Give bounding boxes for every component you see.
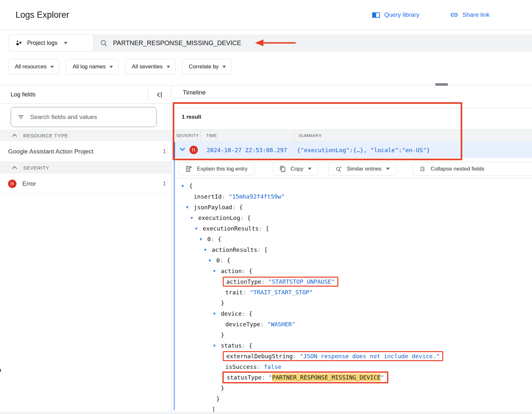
action-chip-similar-entries[interactable]: Similar entries: [328, 162, 396, 176]
scope-label: Project logs: [27, 40, 57, 46]
annotation-box: externalDebugString: "JSON response does…: [223, 351, 443, 361]
json-key: jsonPayload: [194, 204, 232, 211]
action-chip-label: Copy: [291, 166, 303, 172]
log-entry-row[interactable]: !! 2024-10-27 22:53:08.297 {"executionLo…: [172, 142, 532, 158]
fields-search-box: [11, 107, 157, 127]
expand-arrow-icon[interactable]: ▼: [185, 205, 194, 210]
query-library-icon: [372, 11, 380, 19]
error-severity-icon: !!: [8, 180, 16, 188]
json-line: ▼{: [172, 181, 532, 191]
action-chip-copy[interactable]: Copy: [273, 162, 318, 176]
log-field-item-count: 1: [163, 148, 166, 155]
similar-entries-icon: [335, 165, 342, 172]
chevron-down-icon: [167, 66, 170, 68]
json-value: "JSON response does not include device.": [300, 353, 440, 360]
filter-chip-all-resources[interactable]: All resources: [8, 59, 59, 74]
filter-chip-label: Correlate by: [189, 64, 219, 70]
filter-chip-all-log-names[interactable]: All log names: [66, 59, 118, 74]
divider: [172, 108, 532, 108]
collapse-nested-fields-icon: [419, 165, 426, 172]
bottom-fade: [0, 410, 532, 414]
section-label: RESOURCE TYPE: [23, 133, 68, 138]
log-fields-section-severity[interactable]: SEVERITY: [0, 162, 171, 173]
json-key: executionLog: [198, 214, 240, 221]
filter-chip-all-severities[interactable]: All severities: [125, 59, 175, 74]
log-field-item-error[interactable]: !!Error1: [0, 173, 171, 194]
share-link-button[interactable]: Share link: [450, 0, 490, 30]
expand-arrow-icon[interactable]: ▼: [212, 311, 221, 316]
divider: [294, 130, 295, 141]
json-line: }: [172, 298, 532, 308]
chevron-up-icon: [12, 134, 17, 137]
json-value: "15mha92f4ft59w": [229, 193, 284, 200]
results-table-header: SEVERITY TIME SUMMARY: [172, 130, 532, 142]
action-chip-collapse-nested-fields[interactable]: Collapse nested fields: [412, 162, 532, 176]
column-time: TIME: [206, 130, 217, 141]
panel-collapse-icon: [155, 91, 163, 99]
json-key: externalDebugString: [226, 353, 293, 360]
json-key: status: [221, 342, 242, 349]
json-value: "WASHER": [267, 321, 295, 328]
json-line: ▼jsonPayload: {: [172, 202, 532, 212]
expand-arrow-icon[interactable]: ▼: [194, 226, 203, 231]
expand-arrow-icon[interactable]: ▼: [199, 237, 207, 241]
json-line: ▼device: {: [172, 308, 532, 319]
search-highlight: PARTNER_RESPONSE_MISSING_DEVICE: [272, 373, 381, 381]
expand-arrow-icon[interactable]: ▼: [212, 269, 221, 273]
log-entry-time: 2024-10-27 22:53:08.297: [207, 147, 287, 153]
query-input[interactable]: PARTNER_RESPONSE_MISSING_DEVICE: [94, 34, 532, 52]
logs-explorer-app: Logs Explorer Query library Share link P…: [0, 0, 532, 414]
log-scope-selector[interactable]: Project logs: [8, 34, 94, 52]
collapse-panel-button[interactable]: [151, 85, 167, 104]
expand-arrow-icon[interactable]: ▼: [208, 258, 216, 263]
divider: [148, 88, 148, 101]
filter-bar: All resourcesAll log namesAll severities…: [8, 59, 231, 74]
expand-arrow-icon[interactable]: ▼: [212, 343, 221, 348]
action-chip-explain-this-log-entry[interactable]: Explain this log entry: [179, 162, 254, 176]
json-key: 0: [216, 257, 220, 264]
query-library-button[interactable]: Query library: [372, 0, 419, 30]
log-fields-section-resource-type[interactable]: RESOURCE TYPE: [0, 130, 171, 141]
fields-search-input[interactable]: [30, 113, 152, 121]
expand-arrow-icon[interactable]: ▼: [181, 184, 189, 188]
expand-row-icon[interactable]: [178, 145, 187, 155]
log-entry-summary: {"executionLog":{…}, "locale":"en-US"}: [297, 147, 430, 153]
filter-chip-label: All severities: [132, 64, 162, 70]
query-text: PARTNER_RESPONSE_MISSING_DEVICE: [113, 39, 241, 47]
copy-icon: [280, 166, 286, 172]
filter-chip-label: All log names: [73, 64, 106, 70]
error-severity-icon: !!: [189, 146, 198, 154]
drag-handle[interactable]: [435, 83, 448, 86]
annotation-box: statusType: "PARTNER_RESPONSE_MISSING_DE…: [222, 371, 388, 383]
json-line: isSuccess: false: [172, 361, 532, 372]
json-tree: ▼{insertId: "15mha92f4ft59w"▼jsonPayload…: [172, 181, 532, 414]
json-key: executionResults: [203, 225, 259, 232]
filter-chip-label: All resources: [15, 64, 46, 70]
json-value: false: [264, 363, 281, 370]
query-library-label: Query library: [384, 11, 419, 18]
json-key: device: [221, 310, 242, 317]
filter-chip-correlate-by[interactable]: Correlate by: [182, 59, 232, 74]
json-line: ▼executionLog: {: [172, 212, 532, 223]
log-field-item-label: Google Assistant Action Project: [8, 148, 93, 155]
expand-arrow-icon[interactable]: ▼: [203, 248, 212, 252]
log-field-item-count: 1: [163, 181, 166, 187]
json-key: actionType: [226, 278, 261, 285]
divider: [200, 130, 201, 141]
chevron-up-icon: [12, 166, 17, 169]
json-line: trait: "TRAIT_START_STOP": [172, 287, 532, 298]
share-link-icon: [450, 11, 458, 19]
json-line: actionType: "STARTSTOP_UNPAUSE": [172, 276, 532, 287]
chevron-down-icon: [50, 66, 54, 68]
action-chip-label: Collapse nested fields: [431, 166, 484, 172]
expand-arrow-icon[interactable]: ▼: [190, 216, 198, 220]
timeline-title: Timeline: [183, 89, 206, 96]
chevron-down-icon: [308, 168, 312, 170]
json-line: ▼action: {: [172, 266, 532, 276]
json-line: ▼actionResults: [: [172, 244, 532, 255]
json-line: }: [172, 330, 532, 340]
filter-icon: [17, 113, 25, 121]
log-field-item-google-assistant-action-project[interactable]: Google Assistant Action Project1: [0, 141, 171, 162]
json-value: "STARTSTOP_UNPAUSE": [268, 278, 335, 285]
chevron-down-icon: [222, 66, 226, 68]
